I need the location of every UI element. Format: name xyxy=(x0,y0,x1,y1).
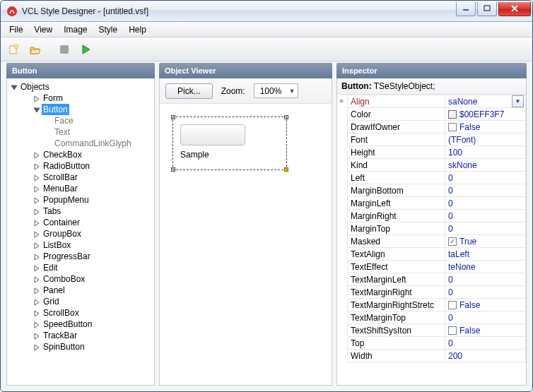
property-value[interactable]: 0 xyxy=(448,338,453,348)
resize-handle-tl[interactable] xyxy=(171,115,175,119)
minimize-button[interactable] xyxy=(456,2,476,16)
tree-item[interactable]: SpinButton xyxy=(8,341,153,352)
property-row[interactable]: MarginLeft 0 xyxy=(348,197,526,210)
tree-item[interactable]: Face xyxy=(8,115,153,126)
property-row[interactable]: +Font (TFont) xyxy=(348,133,526,146)
property-row[interactable]: MarginBottom 0 xyxy=(348,184,526,197)
tool-open-icon[interactable] xyxy=(26,41,43,58)
tree-twisty-icon[interactable] xyxy=(33,106,40,114)
objects-tree-body[interactable]: ObjectsFormButtonFaceTextCommandLinkGlyp… xyxy=(6,78,155,386)
tree-twisty-icon[interactable] xyxy=(33,242,40,249)
tree-item[interactable]: Edit xyxy=(8,262,153,273)
tool-run-icon[interactable] xyxy=(77,41,94,58)
property-value[interactable]: skNone xyxy=(448,160,477,170)
tool-new-icon[interactable] xyxy=(5,41,22,58)
tree-item[interactable]: CheckBox xyxy=(8,149,153,160)
tree-item[interactable]: ComboBox xyxy=(8,273,153,285)
property-value[interactable]: False xyxy=(459,300,480,310)
tree-item[interactable]: Form xyxy=(8,93,153,104)
property-row[interactable]: MarginTop 0 xyxy=(348,222,526,235)
tree-twisty-icon[interactable] xyxy=(33,343,40,351)
tree-item[interactable]: SpeedButton xyxy=(8,319,153,330)
tree-item[interactable]: Grid xyxy=(8,296,153,307)
property-value[interactable]: 0 xyxy=(448,198,453,208)
tree-item[interactable]: Panel xyxy=(8,285,153,296)
resize-handle-br[interactable] xyxy=(284,167,288,172)
tree-twisty-icon[interactable] xyxy=(33,162,40,170)
tool-stop-icon[interactable] xyxy=(56,41,73,58)
property-value[interactable]: 0 xyxy=(448,275,453,285)
property-row[interactable]: Color $00EFF3F7 xyxy=(348,108,526,121)
property-value[interactable]: True xyxy=(459,237,476,247)
tree-item[interactable]: MenuBar xyxy=(8,183,153,194)
tree-twisty-icon[interactable] xyxy=(33,219,40,227)
property-row[interactable]: TextAlign taLeft xyxy=(348,248,526,261)
tree-twisty-icon[interactable] xyxy=(33,287,40,295)
property-value[interactable]: 100 xyxy=(448,148,462,158)
property-value[interactable]: 0 xyxy=(448,211,453,221)
property-row[interactable]: Top 0 xyxy=(348,337,526,350)
property-row[interactable]: TextMarginLeft 0 xyxy=(348,273,526,286)
tree-twisty-icon[interactable] xyxy=(33,298,40,306)
close-button[interactable] xyxy=(498,2,531,16)
property-row[interactable]: TextMarginRight 0 xyxy=(348,286,526,299)
property-value[interactable]: False xyxy=(459,122,480,132)
tree-twisty-icon[interactable] xyxy=(33,95,40,102)
property-row[interactable]: TextMarginTop 0 xyxy=(348,311,526,324)
tree-twisty-icon[interactable] xyxy=(33,253,40,261)
tree-item[interactable]: Tabs xyxy=(8,206,153,217)
tree-item[interactable]: Container xyxy=(8,217,153,228)
tree-twisty-icon[interactable] xyxy=(33,275,40,283)
dropdown-button[interactable]: ▼ xyxy=(512,95,524,107)
tree-twisty-icon[interactable] xyxy=(33,174,40,182)
property-value[interactable]: teNone xyxy=(448,262,476,272)
tree-twisty-icon[interactable] xyxy=(33,332,40,340)
property-value[interactable]: $00EFF3F7 xyxy=(459,109,504,119)
tree-twisty-icon[interactable] xyxy=(33,321,40,328)
title-bar[interactable]: VCL Style Designer - [untitled.vsf] xyxy=(1,1,532,22)
tree-twisty-icon[interactable] xyxy=(33,151,40,159)
tree-item[interactable]: RadioButton xyxy=(8,160,153,172)
property-row[interactable]: Height 100 xyxy=(348,146,526,159)
property-value[interactable]: 0 xyxy=(448,173,453,183)
resize-handle-tr[interactable] xyxy=(284,115,288,119)
sample-button-preview[interactable] xyxy=(180,124,245,145)
tree-item[interactable]: Button xyxy=(8,104,153,115)
checkbox-icon[interactable] xyxy=(448,123,457,131)
tree-item[interactable]: CommandLinkGlyph xyxy=(8,138,153,149)
tree-item[interactable]: ScrollBar xyxy=(8,172,153,183)
tree-twisty-icon[interactable] xyxy=(33,264,40,272)
viewer-canvas[interactable]: Sample xyxy=(160,104,332,183)
tree-item[interactable]: ProgressBar xyxy=(8,251,153,262)
tree-twisty-icon[interactable] xyxy=(33,309,40,317)
property-row[interactable]: Align saNone▼ xyxy=(348,95,526,108)
tree-item[interactable]: ListBox xyxy=(8,239,153,251)
menu-image[interactable]: Image xyxy=(58,23,93,36)
property-row[interactable]: Width 200 xyxy=(348,350,526,362)
menu-help[interactable]: Help xyxy=(123,23,152,36)
inspector-body[interactable]: Button: TSeStyleObject; Align saNone▼ Co… xyxy=(336,78,527,386)
property-value[interactable]: 0 xyxy=(448,224,453,234)
property-row[interactable]: DrawIfOwner False xyxy=(348,121,526,133)
selection-box[interactable]: Sample xyxy=(172,117,287,170)
objects-tree[interactable]: ObjectsFormButtonFaceTextCommandLinkGlyp… xyxy=(7,78,154,355)
menu-file[interactable]: File xyxy=(4,23,28,36)
property-row[interactable]: TextEffect teNone xyxy=(348,261,526,273)
tree-twisty-icon[interactable] xyxy=(10,83,18,91)
tree-item[interactable]: GroupBox xyxy=(8,228,153,239)
tree-root[interactable]: Objects xyxy=(8,81,153,93)
property-value[interactable]: False xyxy=(459,326,480,335)
property-value[interactable]: 0 xyxy=(448,287,453,297)
property-value[interactable]: 200 xyxy=(448,351,462,361)
property-value[interactable]: saNone xyxy=(448,97,477,107)
tree-item[interactable]: Text xyxy=(8,126,153,138)
checkbox-icon[interactable] xyxy=(448,326,457,335)
checkbox-icon[interactable] xyxy=(448,301,457,309)
resize-handle-bl[interactable] xyxy=(171,167,175,172)
tree-item[interactable]: TrackBar xyxy=(8,330,153,341)
property-value[interactable]: taLeft xyxy=(448,249,469,259)
property-value[interactable]: (TFont) xyxy=(448,135,476,145)
tree-item[interactable]: ScrollBox xyxy=(8,307,153,319)
tree-twisty-icon[interactable] xyxy=(33,196,40,204)
menu-style[interactable]: Style xyxy=(93,23,124,36)
